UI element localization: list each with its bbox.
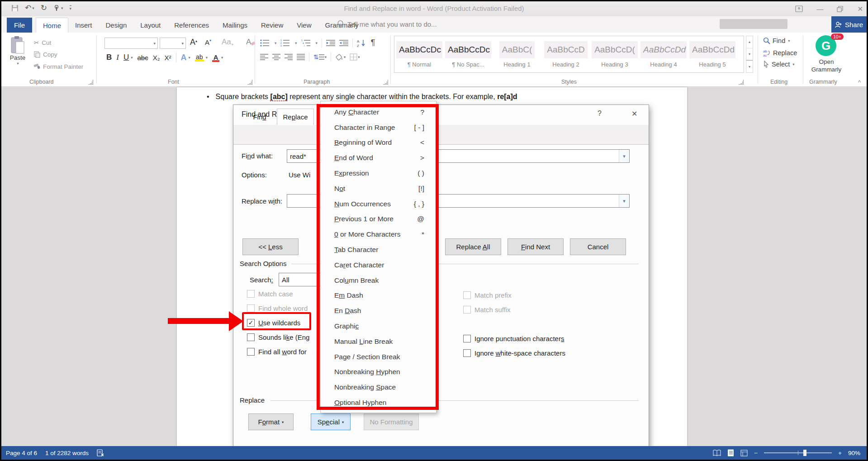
text-effects-button[interactable]: A [181, 53, 187, 62]
checkbox[interactable]: ✓ [247, 319, 255, 327]
replace-button[interactable]: abac Replace [763, 49, 797, 57]
replace-with-dropdown-icon[interactable]: ▾ [619, 195, 629, 207]
clipboard-dialog-launcher-icon[interactable] [88, 80, 93, 85]
special-menu-item[interactable]: Previous 1 or More @ [321, 212, 436, 227]
ribbon-tab[interactable]: Home [36, 18, 68, 33]
special-menu-item[interactable]: Beginning of Word < [321, 135, 436, 151]
less-button[interactable]: << Less [242, 238, 299, 255]
zoom-in-icon[interactable]: + [838, 450, 842, 456]
strikethrough-button[interactable]: abc [138, 54, 148, 62]
ribbon-tab[interactable]: Layout [133, 18, 167, 33]
numbered-list-icon[interactable]: 123 [280, 39, 290, 47]
align-center-icon[interactable] [272, 53, 280, 61]
special-menu-item[interactable]: Page / Section Break [321, 349, 436, 365]
borders-button[interactable]: ▾ [350, 53, 360, 61]
find-dropdown-icon[interactable]: ▾ [788, 38, 790, 43]
font-color-dropdown-icon[interactable]: ▾ [221, 55, 223, 60]
line-spacing-button[interactable]: ⇅▾ [313, 53, 327, 61]
special-menu-item[interactable]: 0 or More Characters * [321, 227, 436, 242]
underline-button[interactable]: U [123, 53, 129, 62]
special-button[interactable]: Special ▾ [311, 413, 351, 430]
tab-file[interactable]: File [7, 18, 32, 33]
font-color-button[interactable]: A [212, 53, 219, 62]
select-button[interactable]: Select ▾ [763, 61, 795, 68]
subscript-button[interactable]: X₂ [153, 54, 160, 62]
special-menu-item[interactable]: Em Dash [321, 288, 436, 304]
special-menu-item[interactable]: Expression ( ) [321, 166, 436, 181]
checkbox[interactable]: ✓ [247, 304, 255, 312]
styles-more-icon[interactable]: ▾ [746, 60, 753, 72]
close-button[interactable]: ✕ [857, 5, 863, 13]
justify-icon[interactable] [297, 53, 305, 61]
highlight-button[interactable]: ab [195, 53, 204, 62]
special-menu-item[interactable]: En Dash [321, 303, 436, 318]
restore-button[interactable] [837, 6, 844, 12]
special-menu-item[interactable]: Num Occurrences { , } [321, 196, 436, 212]
checkbox-row[interactable]: ✓ Find all word for [247, 344, 324, 359]
bold-button[interactable]: B [106, 53, 112, 62]
checkbox-row[interactable]: ✓ Match case [247, 286, 324, 301]
shrink-font-button[interactable]: A▾ [204, 38, 213, 47]
increase-indent-icon[interactable] [339, 39, 348, 47]
shading-button[interactable]: ▾ [335, 53, 346, 61]
ribbon-tab[interactable]: Mailings [216, 18, 254, 33]
find-what-dropdown-icon[interactable]: ▾ [619, 150, 629, 162]
special-menu-item[interactable]: Nonbreaking Hyphen [321, 365, 436, 380]
share-button[interactable]: Share [831, 16, 867, 33]
checkbox[interactable]: ✓ [247, 290, 255, 298]
font-dialog-launcher-icon[interactable] [247, 80, 252, 85]
word-count[interactable]: 1 of 2282 words [45, 450, 89, 456]
special-menu-item[interactable]: Tab Character [321, 242, 436, 257]
checkbox[interactable]: ✓ [247, 333, 255, 341]
special-menu-item[interactable]: Any Character ? [321, 105, 436, 120]
numbered-list-dropdown-icon[interactable]: ▾ [295, 41, 297, 45]
font-name-combo[interactable]: ▾ [104, 38, 158, 49]
find-next-button[interactable]: Find Next [508, 238, 564, 255]
checkbox-row[interactable]: ✓ Find whole word [247, 301, 324, 315]
style-item[interactable]: AaBbC( Heading 1 [493, 38, 541, 71]
show-hide-marks-button[interactable]: ¶ [371, 38, 375, 48]
replace-all-button[interactable]: Replace All [445, 238, 501, 255]
dialog-help-icon[interactable]: ? [598, 109, 602, 118]
print-layout-icon[interactable] [727, 449, 734, 456]
cut-button[interactable]: ✂ Cut [34, 39, 51, 46]
paste-dropdown-icon[interactable]: ▾ [17, 61, 19, 66]
styles-scroll-up-icon[interactable]: ▴ [746, 36, 753, 48]
font-name-dropdown-icon[interactable]: ▾ [152, 41, 157, 46]
sort-icon[interactable]: AZ [357, 39, 367, 47]
special-menu-item[interactable]: Manual Line Break [321, 334, 436, 349]
special-menu-item[interactable]: Character in Range [ - ] [321, 120, 436, 135]
find-button[interactable]: Find ▾ [763, 37, 790, 44]
checkbox[interactable]: ✓ [247, 348, 255, 356]
styles-dialog-launcher-icon[interactable] [739, 80, 744, 85]
change-case-button[interactable]: Aa▾ [220, 37, 235, 47]
paragraph-dialog-launcher-icon[interactable] [383, 80, 388, 85]
web-layout-icon[interactable] [740, 450, 748, 456]
collapse-ribbon-icon[interactable]: ^ [858, 79, 861, 86]
zoom-level[interactable]: 90% [848, 450, 860, 456]
decrease-indent-icon[interactable] [326, 39, 335, 47]
checkbox[interactable]: ✓ [463, 306, 471, 314]
ribbon-tab[interactable]: References [167, 18, 216, 33]
ribbon-display-options-icon[interactable] [795, 5, 803, 12]
special-menu-item[interactable]: Optional Hyphen [321, 395, 436, 410]
format-button[interactable]: Format ▾ [248, 413, 294, 430]
zoom-out-icon[interactable]: − [754, 450, 758, 456]
dialog-tab-replace[interactable]: Replace [277, 109, 314, 125]
superscript-button[interactable]: X² [165, 54, 171, 62]
minimize-button[interactable]: — [816, 5, 823, 13]
checkbox[interactable]: ✓ [463, 349, 471, 357]
multilevel-list-dropdown-icon[interactable]: ▾ [316, 41, 318, 45]
font-size-dropdown-icon[interactable]: ▾ [180, 41, 185, 46]
clear-formatting-button[interactable]: A [245, 37, 257, 47]
bullet-list-dropdown-icon[interactable]: ▾ [275, 41, 276, 45]
ribbon-tab[interactable]: Review [254, 18, 290, 33]
select-dropdown-icon[interactable]: ▾ [792, 62, 794, 67]
style-item[interactable]: AaBbCcDc ¶ Normal [395, 38, 443, 71]
highlight-dropdown-icon[interactable]: ▾ [206, 55, 208, 60]
font-size-combo[interactable]: ▾ [160, 38, 186, 49]
dialog-tab-find[interactable]: Find [242, 109, 277, 125]
page-indicator[interactable]: Page 4 of 6 [6, 450, 37, 456]
italic-button[interactable]: I [116, 53, 119, 62]
checkbox[interactable]: ✓ [463, 335, 471, 342]
